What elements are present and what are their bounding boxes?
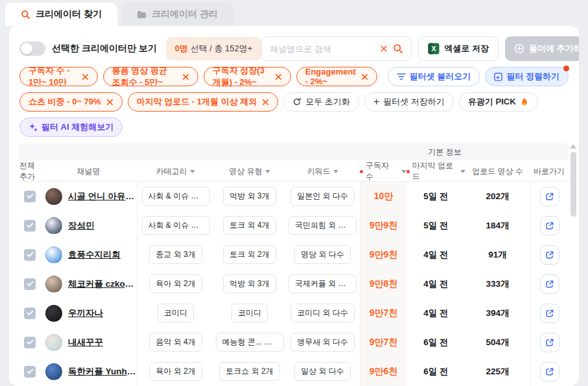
reset-all-button[interactable]: 모두 초기화 <box>283 92 359 112</box>
channel-avatar <box>45 276 62 293</box>
add-to-folder-button[interactable]: 폴더에 추가하기 <box>505 36 579 61</box>
fire-icon <box>520 97 529 107</box>
channel-name-link[interactable]: 시골 언니 아유미... <box>68 191 137 202</box>
subscribers-cell: 9만9천 <box>360 211 406 240</box>
search-input[interactable] <box>270 44 375 54</box>
row-select-cell <box>19 211 40 240</box>
filter-chip[interactable]: 롱폼 영상 평균 조회수 - 5만~ <box>103 67 198 86</box>
load-filterset-button[interactable]: 필터셋 불러오기 <box>388 67 480 86</box>
chip-close-icon[interactable] <box>182 73 189 80</box>
filter-chip[interactable]: 구독자 성장(3개월) - 2%~ <box>204 67 291 86</box>
column-header[interactable]: 영상 유형 <box>214 160 285 182</box>
category-cell: 사회 & 이슈 외 3개 <box>137 211 214 240</box>
shortcut-cell <box>530 240 569 269</box>
filter-ai-button[interactable]: 필터 AI 체험해보기 <box>19 117 123 137</box>
chip-close-icon[interactable] <box>82 73 89 80</box>
channel-name-link[interactable]: 독한커플 Yunhoa... <box>68 366 137 378</box>
scrollbar-thumb[interactable] <box>570 152 576 217</box>
keyword-tag: 앵무새 외 다수 <box>290 333 355 352</box>
tab-find-creators[interactable]: 크리에이터 찾기 <box>5 3 117 26</box>
keyword-cell: 앵무새 외 다수 <box>285 328 360 357</box>
open-channel-button[interactable] <box>540 304 559 323</box>
open-channel-button[interactable] <box>540 362 559 381</box>
table-row: 시골 언니 아유미... 사회 & 이슈 외 3개 먹방 외 3개 일본인 외 … <box>19 182 569 211</box>
channel-name-link[interactable]: 효풍수지리회 <box>68 249 121 261</box>
clear-search-icon[interactable] <box>380 45 388 53</box>
row-checkbox[interactable] <box>24 366 36 378</box>
scroll-up-arrow-icon[interactable] <box>570 144 576 149</box>
chip-close-icon[interactable] <box>361 73 368 80</box>
filter-chip-label: 쇼츠 비중 - 0~ 79% <box>29 96 101 108</box>
video-count-value: 504개 <box>486 337 509 348</box>
table-row: 효풍수지리회 종교 외 3개 토크 외 2개 명당 외 다수 9만9천 4일 전… <box>19 240 569 269</box>
last-upload-cell: 4일 전 <box>406 240 465 269</box>
save-excel-button[interactable]: X 엑셀로 저장 <box>418 36 499 61</box>
video-count-cell: 394개 <box>465 298 530 328</box>
column-header[interactable]: 구독자 수 <box>360 160 406 182</box>
subscribers-cell: 9만6천 <box>360 357 406 386</box>
channel-name-link[interactable]: 장성민 <box>68 220 95 232</box>
channel-cell: 우끼자나 <box>40 298 137 328</box>
keyword-tag: 일본인 외 다수 <box>290 187 355 206</box>
save-filterset-button[interactable]: + 필터셋 저장하기 <box>364 92 454 112</box>
open-channel-button[interactable] <box>540 187 559 206</box>
subscribers-cell: 9만8천 <box>360 269 406 298</box>
subscribers-cell: 9만9천 <box>360 240 406 269</box>
selected-only-toggle[interactable] <box>19 42 45 56</box>
video-count-value: 333개 <box>486 278 509 290</box>
channel-search-box <box>261 36 412 61</box>
channel-name-link[interactable]: 우끼자나 <box>68 308 103 319</box>
filter-chip[interactable]: 마지막 업로드 - 1개월 이상 제외 <box>128 92 279 112</box>
open-channel-button[interactable] <box>540 216 559 235</box>
sort-filter-label: 필터 정렬하기 <box>506 71 559 82</box>
video-count-value: 394개 <box>486 308 509 319</box>
channel-name-link[interactable]: 내새꾸꾸 <box>68 337 103 348</box>
filter-chip[interactable]: Engagement - 2%~ <box>296 67 377 86</box>
channel-cell: 시골 언니 아유미... <box>40 182 137 211</box>
video-count-cell: 504개 <box>465 328 530 357</box>
row-checkbox[interactable] <box>24 308 36 319</box>
filter-chip[interactable]: 쇼츠 비중 - 0~ 79% <box>19 92 123 112</box>
column-header-label: 바로가기 <box>534 166 565 177</box>
column-header[interactable]: 카테고리 <box>137 160 214 182</box>
column-header[interactable]: 마지막 업로드 <box>406 160 465 182</box>
sort-filter-button[interactable]: 필터 정렬하기 <box>485 67 569 86</box>
table-column-header-row: 전체 추가 채널명 카테고리 영상 유형 키워드 구독자 수 마지막 업로드 업… <box>19 160 569 182</box>
filter-lines-icon <box>397 73 406 80</box>
keyword-cell: 일본인 외 다수 <box>285 182 360 211</box>
channel-avatar <box>45 247 62 263</box>
filter-chip[interactable]: 구독자 수 - 1만~ 10만 <box>19 67 98 86</box>
tab-manage-creators[interactable]: 크리에이터 관리 <box>121 3 233 26</box>
channel-cell: 효풍수지리회 <box>40 240 137 269</box>
load-filterset-label: 필터셋 불러오기 <box>410 71 471 82</box>
row-checkbox[interactable] <box>24 337 36 348</box>
row-checkbox[interactable] <box>24 220 36 232</box>
keyword-cell: 코미디 외 다수 <box>285 298 360 328</box>
video-type-tag: 토크쇼 외 2개 <box>219 362 279 381</box>
video-type-cell: 먹방 외 3개 <box>214 182 285 211</box>
channel-avatar <box>45 217 62 234</box>
pick-button[interactable]: 유광기 PICK <box>459 92 538 112</box>
row-checkbox[interactable] <box>24 278 36 290</box>
search-submit-icon[interactable] <box>393 43 403 54</box>
chip-close-icon[interactable] <box>262 99 269 106</box>
column-header: 업로드 영상 수 <box>465 160 530 182</box>
last-upload-value: 4일 전 <box>423 249 448 261</box>
open-channel-button[interactable] <box>540 245 559 265</box>
category-tag: 음악 외 4개 <box>149 333 202 352</box>
open-channel-button[interactable] <box>540 333 559 352</box>
open-channel-button[interactable] <box>540 274 559 294</box>
chip-close-icon[interactable] <box>106 99 113 106</box>
chip-close-icon[interactable] <box>275 73 282 80</box>
row-checkbox[interactable] <box>24 249 36 261</box>
last-upload-cell: 5일 전 <box>406 182 465 211</box>
plus-circle-icon <box>514 43 524 54</box>
row-checkbox[interactable] <box>24 191 36 202</box>
channel-name-link[interactable]: 체코커플 czkorco... <box>68 278 137 290</box>
subscriber-count: 9만9천 <box>370 220 398 232</box>
toggle-label: 선택한 크리에이터만 보기 <box>52 43 157 54</box>
column-header[interactable]: 키워드 <box>285 160 360 182</box>
table-scrollbar[interactable] <box>569 144 577 383</box>
row-select-cell <box>19 182 40 211</box>
category-tag: 육아 외 2개 <box>149 362 202 381</box>
